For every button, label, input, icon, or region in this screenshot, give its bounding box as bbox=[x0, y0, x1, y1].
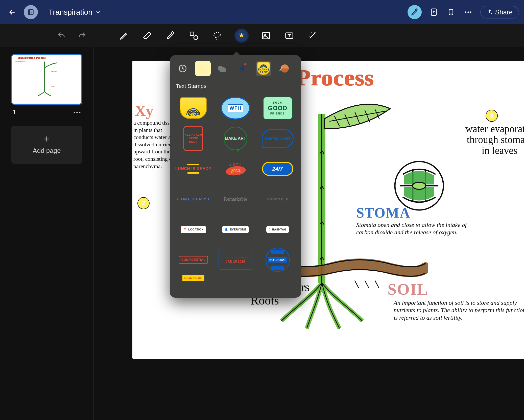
feather-heart-icon bbox=[238, 62, 249, 75]
stamp-custom-date[interactable]: CUSTOM TEXT HEREJAN 15 2020 bbox=[215, 245, 257, 275]
add-document-button[interactable] bbox=[429, 7, 439, 17]
more-horizontal-icon bbox=[464, 8, 472, 16]
stamp-make-art[interactable]: MAKE ART bbox=[215, 123, 257, 154]
stamp-good-friends[interactable]: SUCH GOOD FRIENDS bbox=[256, 93, 299, 123]
stamp-confidential[interactable]: CONFIDENTIAL bbox=[172, 245, 215, 275]
step-3-text: water evaporates through stomata in leav… bbox=[465, 123, 524, 156]
stamp-take-it-easy[interactable]: ✦ TAKE IT EASY ✦ bbox=[172, 184, 215, 214]
stamp-keep-calm[interactable]: KEEP CALM DRINK SODA bbox=[172, 123, 215, 154]
chevron-down-icon bbox=[96, 10, 101, 15]
more-horizontal-icon bbox=[74, 111, 81, 114]
eraser-icon bbox=[142, 31, 152, 40]
stoma-text: Stomata open and close to allow the inta… bbox=[356, 221, 483, 236]
add-page-button[interactable]: Add page bbox=[11, 126, 82, 164]
bookmark-icon bbox=[447, 8, 455, 16]
share-label: Share bbox=[495, 8, 513, 16]
clock-icon bbox=[178, 64, 187, 73]
thumb-title: Transpiration Process bbox=[17, 56, 45, 59]
svg-point-7 bbox=[214, 32, 220, 37]
image-tool[interactable] bbox=[260, 30, 272, 41]
stamp-wfh[interactable]: WFH bbox=[215, 93, 257, 123]
text-tool[interactable] bbox=[283, 30, 295, 41]
tab-objects[interactable] bbox=[235, 61, 251, 76]
svg-point-3 bbox=[467, 11, 469, 13]
highlighter-icon bbox=[166, 31, 175, 40]
tab-recent[interactable] bbox=[175, 61, 190, 76]
svg-rect-5 bbox=[190, 32, 194, 36]
lasso-tool[interactable] bbox=[211, 30, 223, 41]
svg-point-15 bbox=[413, 182, 426, 189]
tab-sticky-notes[interactable] bbox=[195, 61, 211, 76]
redo-button[interactable] bbox=[76, 30, 88, 41]
stamp-yourself[interactable]: YOURSELF bbox=[256, 184, 299, 214]
magic-tool[interactable] bbox=[307, 30, 318, 41]
tab-text-stamps-label: THANKS A LOT bbox=[257, 68, 270, 74]
undo-button[interactable] bbox=[56, 30, 67, 41]
stamp-everyone[interactable]: 👤EVERYONE bbox=[215, 214, 257, 245]
xylem-heading-partial: Xy bbox=[135, 102, 153, 120]
star-sticker-icon bbox=[238, 32, 245, 39]
stamp-remarkable[interactable]: Remarkable bbox=[215, 184, 257, 214]
tab-planets[interactable] bbox=[276, 61, 292, 76]
bookmark-button[interactable] bbox=[446, 7, 456, 17]
text-icon bbox=[284, 31, 294, 40]
pen-tool[interactable] bbox=[118, 30, 130, 41]
stamp-24-7[interactable]: 24/7 bbox=[256, 154, 299, 184]
share-icon bbox=[487, 9, 493, 15]
page-number: 1 bbox=[13, 109, 16, 116]
soil-text: An important function of soil is to stor… bbox=[394, 299, 524, 321]
stoma-drawing bbox=[393, 159, 446, 212]
rainbow-icon bbox=[260, 64, 267, 68]
stickers-popover: THANKS A LOT Text Stamps THANKS A LOT WF… bbox=[170, 55, 301, 298]
pages-sidebar: Transpiration Process XYLEM TUBES STOMA … bbox=[0, 47, 93, 420]
document-title: Transpiration bbox=[49, 8, 92, 16]
stoma-heading: STOMA bbox=[356, 205, 410, 221]
svg-point-6 bbox=[194, 36, 198, 40]
stamp-sign-here[interactable]: SIGN HERE bbox=[172, 275, 215, 298]
svg-point-4 bbox=[470, 11, 471, 13]
stamp-lunch-ready[interactable]: LUNCH IS READY bbox=[172, 154, 215, 184]
undo-icon bbox=[57, 31, 66, 40]
tab-text-stamps[interactable]: THANKS A LOT bbox=[256, 61, 271, 76]
pages-panel-button[interactable] bbox=[24, 5, 38, 19]
stamp-location[interactable]: 📍LOCATION bbox=[172, 214, 215, 245]
canvas-area[interactable]: Xy ion Process Xy a compound tissue in p… bbox=[93, 47, 524, 420]
add-document-icon bbox=[430, 8, 438, 16]
back-arrow-icon bbox=[8, 8, 16, 16]
back-button[interactable] bbox=[5, 5, 19, 19]
svg-point-2 bbox=[465, 11, 466, 13]
stamp-thanks-a-lot[interactable]: THANKS A LOT bbox=[172, 93, 215, 123]
stamp-airmail[interactable]: AIR MAIL21/10/2021AIR MAIL bbox=[256, 245, 299, 275]
image-icon bbox=[261, 31, 271, 40]
stamp-since-2011[interactable]: SINCE2011 bbox=[215, 154, 257, 184]
tab-speech-bubbles[interactable] bbox=[215, 61, 231, 76]
pen-mode-button[interactable] bbox=[408, 5, 422, 19]
page-more-button[interactable] bbox=[74, 109, 81, 116]
shapes-tool[interactable] bbox=[188, 30, 200, 41]
shapes-icon bbox=[189, 31, 199, 40]
hash-icon: # bbox=[269, 228, 271, 231]
stickers-tool[interactable] bbox=[234, 29, 249, 43]
svg-point-11 bbox=[74, 112, 75, 113]
share-button[interactable]: Share bbox=[480, 6, 519, 18]
stamp-getting-there[interactable]: Getting There bbox=[256, 123, 299, 154]
person-icon: 👤 bbox=[225, 228, 228, 231]
more-button[interactable] bbox=[463, 7, 473, 17]
highlighter-tool[interactable] bbox=[165, 30, 176, 41]
document-title-dropdown[interactable]: Transpiration bbox=[49, 8, 101, 16]
thumb-xylem-label: XYLEM TUBES bbox=[15, 61, 27, 62]
rainbow-icon bbox=[186, 107, 201, 116]
stamp-hashtag[interactable]: #HASHTAG bbox=[256, 214, 299, 245]
page-thumbnail[interactable]: Transpiration Process XYLEM TUBES STOMA … bbox=[11, 54, 82, 105]
pen-icon bbox=[411, 8, 418, 16]
step-3-badge: 3 bbox=[486, 110, 498, 122]
app-header: Transpiration Share bbox=[0, 0, 524, 24]
svg-point-13 bbox=[79, 112, 81, 113]
lasso-icon bbox=[212, 31, 222, 40]
stamp-grid[interactable]: THANKS A LOT WFH SUCH GOOD FRIENDS KEEP … bbox=[170, 92, 301, 298]
notebook-icon bbox=[27, 9, 34, 16]
plus-icon bbox=[43, 135, 51, 143]
editor-toolbar bbox=[0, 24, 524, 47]
eraser-tool[interactable] bbox=[141, 30, 153, 41]
redo-icon bbox=[78, 31, 86, 40]
